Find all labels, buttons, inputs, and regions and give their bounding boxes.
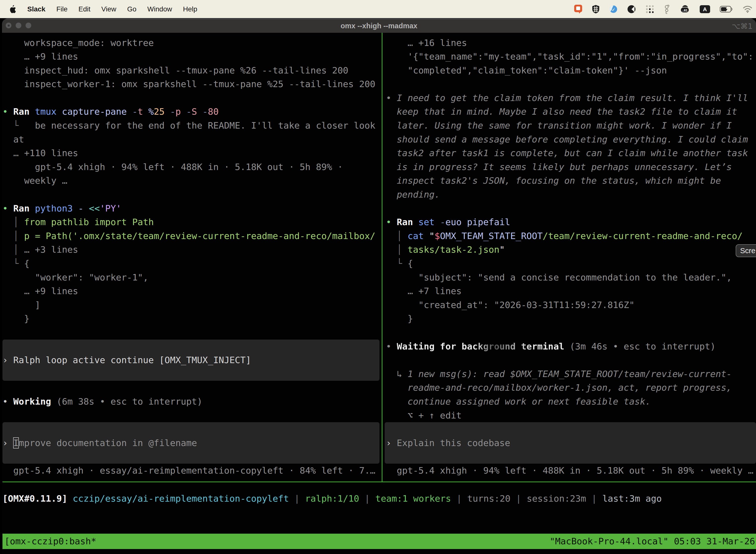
terminal-row: … +16 lines xyxy=(386,36,756,50)
menu-item-help[interactable]: Help xyxy=(183,5,197,13)
dot-grid-icon[interactable] xyxy=(645,5,654,14)
terminal-row xyxy=(386,353,756,367)
terminal-text-segment: Waiting for background terminal xyxy=(397,341,564,352)
terminal-row: "worker": "worker-1", xyxy=(2,271,380,284)
terminal-row: … +9 lines xyxy=(2,50,380,63)
terminal-text-segment: set xyxy=(413,217,435,227)
terminal-text-segment: capture-pane xyxy=(57,106,127,117)
terminal-row: } xyxy=(386,312,756,326)
terminal-row: pending. xyxy=(386,188,756,202)
svg-text:A: A xyxy=(703,6,707,12)
menu-item-slack[interactable]: Slack xyxy=(27,5,45,13)
screen-share-chip[interactable]: Scre xyxy=(736,244,756,257)
terminal-text-segment: t xyxy=(138,106,143,117)
terminal-text-segment: " xyxy=(424,231,435,241)
terminal-row: • Ran tmux capture-pane -t %25 -p -S -80 xyxy=(2,105,380,119)
close-button[interactable] xyxy=(6,22,11,28)
menu-item-window[interactable]: Window xyxy=(147,5,172,13)
terminal-text-segment: … +9 lines xyxy=(2,51,78,62)
terminal-text-segment: • xyxy=(386,217,397,227)
battery-charging-icon[interactable] xyxy=(720,6,733,13)
terminal-text-segment: - xyxy=(435,217,445,227)
privacy-shield-icon[interactable] xyxy=(592,5,600,14)
minimize-button[interactable] xyxy=(16,22,21,28)
terminal-text-segment: " xyxy=(500,244,505,255)
svg-text:..61: ..61 xyxy=(682,8,688,12)
menu-item-go[interactable]: Go xyxy=(127,5,136,13)
terminal-row: "completed","claim_token":"claim-token"}… xyxy=(386,63,756,77)
terminal-text-segment: … +3 lines xyxy=(24,244,78,255)
terminal-row xyxy=(2,340,380,353)
screen-recording-icon[interactable] xyxy=(574,4,582,14)
tmux-pane-separator[interactable] xyxy=(382,33,382,482)
terminal-text-segment: › xyxy=(386,438,397,448)
terminal-text-segment: │ xyxy=(2,217,24,227)
terminal-text-segment: | xyxy=(451,493,467,504)
apple-menu-icon[interactable] xyxy=(10,5,17,13)
terminal-text-segment: inspect_worker-1: omx sparkshell --tmux-… xyxy=(2,79,375,89)
terminal-row: task2 after task1 is complete, but can I… xyxy=(386,146,756,160)
terminal-row xyxy=(2,381,380,395)
terminal-text-segment: │ xyxy=(2,244,24,255)
terminal-text-segment: euo pipefail xyxy=(445,217,510,227)
terminal-text-segment: - xyxy=(165,106,176,117)
terminal-text-segment: I need to get the claim token from the c… xyxy=(397,93,748,103)
terminal-text-segment: cat xyxy=(407,231,424,241)
terminal-row: "created_at": "2026-03-31T11:59:27.816Z" xyxy=(386,298,756,312)
terminal-text-segment: › xyxy=(2,438,13,448)
tmux-host-clock: "MacBook-Pro-44.local" 05:03 31-Mar-26 xyxy=(550,535,755,548)
wifi-icon[interactable] xyxy=(743,5,753,13)
wireguard-icon[interactable] xyxy=(664,4,670,14)
terminal-text-segment: } xyxy=(2,313,29,324)
terminal-text-segment: └ xyxy=(2,258,24,269)
terminal-row: │ p = Path('.omx/state/team/review-curre… xyxy=(2,229,380,243)
terminal-text-segment: } xyxy=(386,313,413,324)
terminal-text-segment: └ xyxy=(2,120,19,131)
terminal-row: • Working (6m 38s • esc to interrupt) xyxy=(2,395,380,408)
terminal-row xyxy=(386,202,756,215)
terminal-row: continue assigned work or next feasible … xyxy=(386,395,756,408)
menu-item-view[interactable]: View xyxy=(102,5,116,13)
terminal-row: workspace_mode: worktree xyxy=(2,36,380,50)
terminal-text-segment: 'PY' xyxy=(100,203,121,214)
terminal-text-segment: tmux xyxy=(29,106,57,117)
terminal-text-segment: ] xyxy=(2,299,41,310)
menu-item-file[interactable]: File xyxy=(56,5,67,13)
terminal-text-segment: last:3m ago xyxy=(602,493,662,504)
menu-item-edit[interactable]: Edit xyxy=(78,5,90,13)
terminal-text-segment: Ran xyxy=(13,203,29,214)
terminal-row: ⌥ + ↑ edit xyxy=(386,408,756,423)
terminal-row: gpt-5.4 xhigh · essay/ai-reimplementatio… xyxy=(2,464,380,478)
terminal-text-segment: | xyxy=(510,493,526,504)
terminal-row: is in progress? It seems likely but perh… xyxy=(386,160,756,174)
input-source-icon[interactable]: A xyxy=(699,5,710,13)
window-titlebar[interactable]: omx --xhigh --madmax ⌥⌘1 xyxy=(2,19,756,33)
terminal-text-segment: S xyxy=(192,106,197,117)
terminal-text-segment: └ xyxy=(386,258,407,269)
terminal-text-segment: ralph:1/10 xyxy=(305,493,359,504)
count-badge-icon[interactable]: ..61 xyxy=(679,5,690,14)
terminal-row: └ be necessary for the end of the README… xyxy=(2,119,380,132)
terminal-row: ↳ 1 new msg(s): read $OMX_TEAM_STATE_ROO… xyxy=(386,367,756,381)
terminal-text-segment: from pathlib import Path xyxy=(24,217,154,227)
camo-icon[interactable] xyxy=(627,5,636,14)
terminal-text-segment: gpt-5.4 xhigh · 94% left · 488K in · 5.1… xyxy=(386,465,754,476)
terminal-row xyxy=(386,77,756,91)
left-pane: workspace_mode: worktree … +9 lines insp… xyxy=(2,36,380,478)
terminal-text-segment: task2 after task1 is complete, but can I… xyxy=(386,148,748,158)
terminal-text-segment: p xyxy=(175,106,181,117)
update-badge-icon[interactable] xyxy=(609,5,618,13)
zoom-button[interactable] xyxy=(25,22,31,28)
terminal-row xyxy=(386,326,756,340)
terminal-row: ] xyxy=(2,298,380,312)
terminal-text-segment: inspect task2's JSON, focusing on the st… xyxy=(386,175,721,186)
terminal-content: workspace_mode: worktree … +9 lines insp… xyxy=(2,33,756,554)
terminal-text-segment: % xyxy=(143,106,154,117)
menubar-status-icons: ..61 A xyxy=(574,4,753,14)
terminal-row xyxy=(2,408,380,423)
terminal-text-segment: • xyxy=(386,341,397,352)
terminal-window: omx --xhigh --madmax ⌥⌘1 workspace_mode:… xyxy=(2,19,756,554)
terminal-text-segment: Explain this codebase xyxy=(397,438,510,448)
terminal-text-segment: { xyxy=(24,258,29,269)
terminal-row: › Ralph loop active continue [OMX_TMUX_I… xyxy=(2,353,380,367)
